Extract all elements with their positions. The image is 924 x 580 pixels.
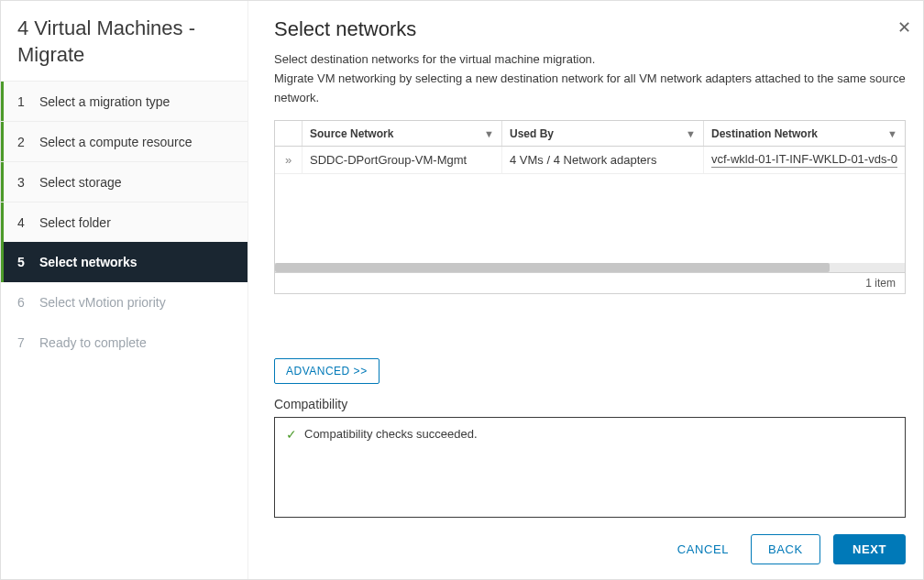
grid-body: » SDDC-DPortGroup-VM-Mgmt 4 VMs / 4 Netw… (275, 147, 905, 263)
step-1-select-migration-type[interactable]: 1 Select a migration type (1, 81, 248, 121)
header-used-by[interactable]: Used By ▼ (502, 121, 704, 146)
header-label: Source Network (310, 127, 393, 140)
header-label: Destination Network (711, 127, 818, 140)
header-label: Used By (510, 127, 554, 140)
grid-header-row: Source Network ▼ Used By ▼ Destination N… (275, 121, 905, 147)
step-label: Select folder (39, 215, 111, 230)
step-number: 2 (17, 135, 39, 149)
wizard-steps: 1 Select a migration type 2 Select a com… (1, 81, 248, 363)
cancel-button[interactable]: CANCEL (668, 535, 738, 564)
wizard-title: 4 Virtual Machines - Migrate (1, 16, 248, 81)
step-number: 5 (17, 255, 39, 269)
close-icon[interactable]: ✕ (897, 17, 911, 38)
back-button[interactable]: BACK (751, 534, 820, 564)
step-number: 6 (17, 295, 39, 310)
step-number: 3 (17, 175, 39, 190)
wizard-footer: CANCEL BACK NEXT (274, 518, 906, 564)
step-number: 1 (17, 94, 39, 109)
step-label: Select vMotion priority (39, 295, 166, 310)
step-4-select-folder[interactable]: 4 Select folder (1, 202, 248, 242)
step-number: 4 (17, 215, 39, 230)
step-label: Select networks (39, 255, 138, 269)
page-description: Select destination networks for the virt… (274, 50, 906, 107)
page-title: Select networks (274, 17, 906, 41)
step-3-select-storage[interactable]: 3 Select storage (1, 161, 248, 202)
compatibility-heading: Compatibility (274, 397, 906, 411)
header-expander-cell (275, 121, 302, 146)
destination-network-select[interactable]: vcf-wkld-01-IT-INF-WKLD-01-vds-0 (711, 152, 897, 168)
step-label: Select a migration type (39, 94, 170, 109)
next-button[interactable]: NEXT (833, 534, 906, 564)
step-6-select-vmotion-priority: 6 Select vMotion priority (1, 282, 248, 323)
compatibility-result: ✓ Compatibility checks succeeded. (286, 427, 894, 441)
step-label: Select a compute resource (39, 135, 192, 149)
checkmark-icon: ✓ (286, 428, 297, 441)
main-panel: ✕ Select networks Select destination net… (248, 1, 924, 579)
step-label: Ready to complete (39, 335, 147, 350)
cell-used-by: 4 VMs / 4 Network adapters (502, 147, 704, 173)
step-7-ready-to-complete: 7 Ready to complete (1, 323, 248, 363)
wizard-sidebar: 4 Virtual Machines - Migrate 1 Select a … (1, 1, 248, 579)
step-label: Select storage (39, 175, 122, 190)
advanced-button[interactable]: ADVANCED >> (274, 358, 380, 384)
header-source-network[interactable]: Source Network ▼ (302, 121, 502, 146)
filter-icon[interactable]: ▼ (686, 128, 696, 139)
step-number: 7 (17, 335, 39, 350)
grid-footer: 1 item (275, 272, 905, 293)
compatibility-message: Compatibility checks succeeded. (304, 427, 478, 441)
networks-grid: Source Network ▼ Used By ▼ Destination N… (274, 120, 906, 294)
step-2-select-compute-resource[interactable]: 2 Select a compute resource (1, 121, 248, 161)
filter-icon[interactable]: ▼ (484, 128, 494, 139)
table-row[interactable]: » SDDC-DPortGroup-VM-Mgmt 4 VMs / 4 Netw… (275, 147, 905, 174)
scrollbar-thumb[interactable] (275, 263, 830, 272)
step-5-select-networks[interactable]: 5 Select networks (1, 242, 248, 282)
horizontal-scrollbar[interactable] (275, 263, 905, 272)
cell-destination-network: vcf-wkld-01-IT-INF-WKLD-01-vds-0 (704, 147, 905, 173)
compatibility-panel: ✓ Compatibility checks succeeded. (274, 417, 906, 518)
cell-source-network: SDDC-DPortGroup-VM-Mgmt (302, 147, 502, 173)
filter-icon[interactable]: ▼ (887, 128, 897, 139)
expand-row-icon[interactable]: » (275, 147, 302, 173)
header-destination-network[interactable]: Destination Network ▼ (704, 121, 905, 146)
